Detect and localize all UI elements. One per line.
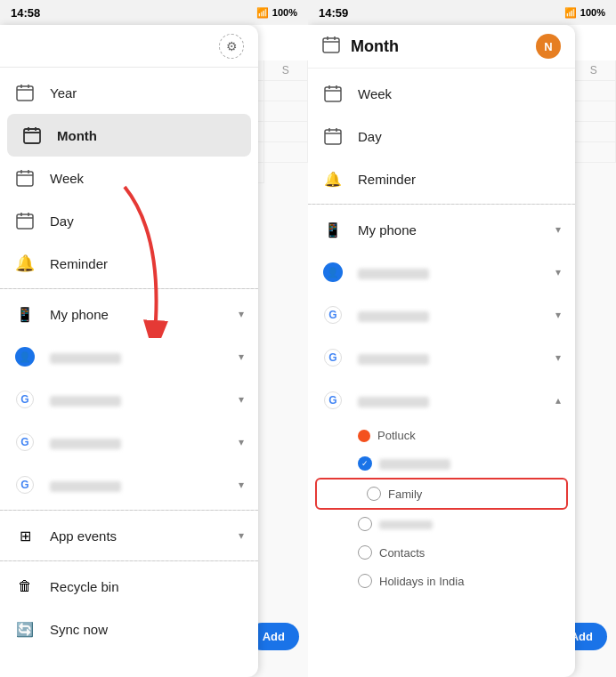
drawer-list-right: Week Day 🔔 Reminder 📱 My phone ▾ [308,69,575,677]
divider-right-1 [308,204,575,205]
month-label: Month [57,128,237,143]
day-calendar-icon [14,210,36,231]
year-label: Year [50,85,244,101]
blurred2-dot [358,517,372,531]
google2-chevron-icon: ▾ [239,436,244,448]
trash-icon-left: 🗑 [14,576,36,597]
sidebar-item-month[interactable]: Month [7,114,251,157]
sidebar-item-contact[interactable]: 👤 ▾ [0,335,258,378]
google1-chevron-icon: ▾ [239,393,244,406]
status-bar-left: 14:58 📶 100% [0,0,308,25]
syncnow-label: Sync now [50,622,244,637]
google1-chevron-right: ▾ [555,309,561,321]
svg-rect-0 [17,86,33,101]
right-sidebar-item-week[interactable]: Week [308,72,575,115]
google-icon-right-3: G [322,390,344,411]
signal-icon-right: 📶 [564,7,577,19]
calendar-small-icon [322,36,340,57]
bell-icon-right: 🔔 [322,168,344,189]
contact-avatar-icon: 👤 [14,346,36,367]
sidebar-item-google1[interactable]: G ▾ [0,378,258,421]
subitem-contacts[interactable]: Contacts [308,538,575,567]
sidebar-item-myphone[interactable]: 📱 My phone ▾ [0,293,258,335]
time-left: 14:58 [11,6,40,20]
sidebar-item-google2[interactable]: G ▾ [0,421,258,463]
subitem-family[interactable]: Family [317,480,566,508]
divider-2 [0,510,258,511]
day-cal-icon-right [322,125,344,147]
subitem-blurred-2[interactable] [308,510,575,538]
sidebar-item-reminder[interactable]: 🔔 Reminder [0,242,258,285]
right-sidebar-item-google2[interactable]: G ▾ [308,336,575,379]
drawer-left: ⚙ Year Month Week [0,25,258,677]
year-calendar-icon [14,82,36,103]
myphone-label-right: My phone [358,222,555,238]
left-phone: 14:58 📶 100% ☰ S M T W T F S 28 [0,0,308,677]
right-sidebar-item-contact[interactable]: 👤 ▾ [308,251,575,294]
right-sidebar-item-reminder[interactable]: 🔔 Reminder [308,157,575,200]
reminder-label-right: Reminder [358,172,561,187]
drawer-title: Month [351,37,399,56]
sidebar-item-day[interactable]: Day [0,199,258,242]
sidebar-item-year[interactable]: Year [0,71,258,114]
status-bar-right: 14:59 📶 100% [308,0,616,25]
week-calendar-icon [14,167,36,189]
signal-icon: 📶 [256,7,269,19]
google-icon-1: G [14,389,36,410]
family-label: Family [388,488,422,501]
holidays-label: Holidays in India [379,575,464,588]
myphone-chevron-icon: ▾ [239,308,244,320]
sidebar-item-appevents[interactable]: ⊞ App events ▾ [0,514,258,557]
potluck-label: Potluck [377,429,416,442]
sidebar-item-syncnow[interactable]: 🔄 Sync now [0,608,258,650]
sidebar-item-week[interactable]: Week [0,157,258,199]
svg-rect-8 [17,172,33,186]
bell-icon-left: 🔔 [14,253,36,274]
family-color-dot [367,487,381,501]
phone-icon-right: 📱 [322,219,344,240]
subitem-potluck[interactable]: Potluck [308,422,575,449]
subitem-holidays[interactable]: Holidays in India [308,567,575,595]
google3-chevron-icon: ▾ [239,479,244,491]
svg-rect-25 [325,130,341,144]
right-phone: 14:59 📶 100% ☰ S M T W T F S 28 [308,0,616,677]
contact-icon-right: 👤 [322,262,344,283]
google-icon-right-2: G [322,347,344,368]
myphone-chevron-right: ▾ [555,223,561,236]
reminder-label: Reminder [50,256,244,271]
sidebar-item-recyclebin[interactable]: 🗑 Recycle bin [0,565,258,608]
subitem-blurred-1[interactable]: ✓ [308,449,575,478]
google3-chevron-right: ▴ [555,394,561,407]
gear-icon-left[interactable]: ⚙ [219,34,244,59]
google2-chevron-right: ▾ [555,351,561,364]
divider-1 [0,288,258,289]
time-right: 14:59 [319,6,348,20]
divider-3 [0,560,258,561]
user-avatar-right[interactable]: N [536,34,561,59]
drawer-right-header: Month N [308,25,575,69]
day-label-right: Day [358,129,561,144]
holidays-dot [358,574,372,588]
right-sidebar-item-day[interactable]: Day [308,115,575,157]
status-icons-right: 📶 100% [564,7,605,19]
svg-rect-4 [24,129,40,143]
right-sidebar-item-google3[interactable]: G ▴ [308,379,575,422]
appevents-chevron-icon: ▾ [239,529,244,542]
google-icon-right-1: G [322,304,344,326]
sidebar-item-google3[interactable]: G ▾ [0,463,258,506]
contact-chevron-right: ▾ [555,266,561,278]
right-sidebar-item-google1[interactable]: G ▾ [308,294,575,336]
svg-rect-17 [323,38,339,52]
contacts-dot [358,545,372,560]
week-label-right: Week [358,86,561,101]
day-label: Day [50,214,244,229]
blue-check-icon: ✓ [358,456,372,471]
right-sidebar-item-myphone[interactable]: 📱 My phone ▾ [308,208,575,251]
appevents-label: App events [50,528,239,544]
family-highlight-box: Family [315,478,568,510]
drawer-right: Month N Week Day 🔔 Reminde [308,25,575,677]
google-icon-3: G [14,474,36,496]
status-icons-left: 📶 100% [256,7,297,19]
recyclebin-label: Recycle bin [50,579,244,594]
svg-rect-21 [325,87,341,101]
